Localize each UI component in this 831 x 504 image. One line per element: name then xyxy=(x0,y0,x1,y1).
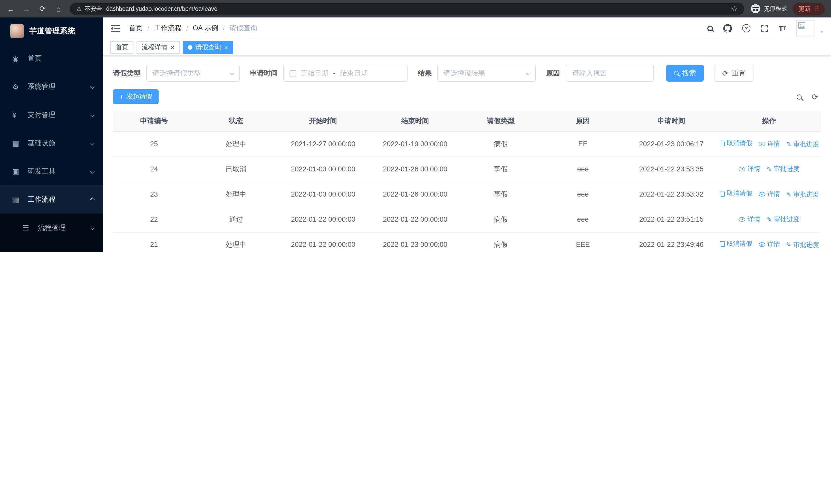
sidebar-item-label: 研发工具 xyxy=(28,167,55,176)
create-leave-button[interactable]: + 发起请假 xyxy=(113,89,159,104)
github-icon[interactable] xyxy=(723,24,732,33)
table-row[interactable]: 25处理中2021-12-27 00:00:002022-01-19 00:00… xyxy=(113,131,821,156)
breadcrumb-item[interactable]: 工作流程 xyxy=(154,24,182,33)
breadcrumb-item[interactable]: OA 示例 xyxy=(193,24,218,33)
update-button[interactable]: 更新 ⋮ xyxy=(793,3,825,14)
column-header: 申请时间 xyxy=(625,111,718,131)
sidebar-item-task-mgmt[interactable]: ⚑任务管理 xyxy=(0,242,103,252)
edit-icon: ✎ xyxy=(786,192,791,198)
action-progress-link[interactable]: ✎审批进度 xyxy=(767,215,799,224)
table-cell: 22 xyxy=(113,207,195,232)
tab-流程详情[interactable]: 流程详情× xyxy=(137,41,179,54)
menu-fold-icon[interactable] xyxy=(111,24,120,32)
trash-icon xyxy=(720,242,724,247)
column-header: 结束时间 xyxy=(369,111,461,131)
action-detail-link[interactable]: 详情 xyxy=(758,140,780,149)
action-cancel-link[interactable]: 取消请假 xyxy=(720,139,752,148)
app-header: 首页/工作流程/OA 示例/请假查询 ? TT ▾ xyxy=(103,18,831,39)
tab-label: 流程详情 xyxy=(142,43,167,52)
help-icon[interactable]: ? xyxy=(742,24,750,32)
logo[interactable]: 芋道管理系统 xyxy=(0,18,103,44)
security-label: 不安全 xyxy=(84,5,102,12)
action-progress-link[interactable]: ✎审批进度 xyxy=(786,190,819,199)
incognito-badge: 无痕模式 xyxy=(751,4,787,13)
action-detail-link[interactable]: 详情 xyxy=(758,240,780,249)
url-text: dashboard.yudao.iocoder.cn/bpm/oa/leave xyxy=(106,6,218,12)
breadcrumb-separator: / xyxy=(186,24,189,32)
table-row[interactable]: 21处理中2022-01-22 00:00:002022-01-23 00:00… xyxy=(113,232,821,252)
fullscreen-icon[interactable] xyxy=(761,24,768,32)
date-separator: - xyxy=(333,69,336,77)
security-warning[interactable]: ⚠ 不安全 xyxy=(77,5,102,12)
breadcrumb-separator: / xyxy=(223,24,225,32)
action-label: 详情 xyxy=(767,190,780,199)
apply-time-label: 申请时间 xyxy=(250,68,278,78)
action-detail-link[interactable]: 详情 xyxy=(739,165,761,174)
update-label: 更新 xyxy=(799,5,810,12)
font-size-icon[interactable]: TT xyxy=(779,24,786,32)
sidebar-item-process-mgmt[interactable]: ☰流程管理 xyxy=(0,213,103,242)
table-cell: EE xyxy=(541,131,625,156)
action-progress-link[interactable]: ✎审批进度 xyxy=(767,165,799,174)
leave-type-select[interactable]: 请选择请假类型 xyxy=(146,65,240,82)
table-cell: 处理中 xyxy=(195,131,277,156)
breadcrumb-item[interactable]: 首页 xyxy=(129,24,143,33)
action-detail-link[interactable]: 详情 xyxy=(758,190,780,199)
reason-input[interactable] xyxy=(566,65,654,82)
bookmark-star-icon[interactable]: ☆ xyxy=(731,5,738,13)
address-bar[interactable]: ⚠ 不安全 dashboard.yudao.iocoder.cn/bpm/oa/… xyxy=(70,3,744,15)
avatar-caret-icon[interactable]: ▾ xyxy=(821,29,823,34)
table-cell: 事假 xyxy=(461,156,541,182)
result-select[interactable]: 请选择流结果 xyxy=(437,65,536,82)
table-row[interactable]: 24已取消2022-01-03 00:00:002022-01-26 00:00… xyxy=(113,156,821,182)
browser-reload-icon[interactable]: ⟳ xyxy=(38,4,47,13)
sidebar-item-workflow[interactable]: ▦工作流程 xyxy=(0,185,103,213)
tab-请假查询[interactable]: 请假查询× xyxy=(182,41,233,54)
sidebar-item-payment[interactable]: ¥支付管理 xyxy=(0,100,103,129)
sidebar-item-label: 基础设施 xyxy=(28,138,55,148)
sidebar-item-infrastructure[interactable]: ▤基础设施 xyxy=(0,129,103,157)
browser-forward-icon[interactable]: → xyxy=(22,4,31,13)
table-row[interactable]: 22通过2022-01-22 00:00:002022-01-22 00:00:… xyxy=(113,207,821,232)
reset-button[interactable]: ⟳ 重置 xyxy=(715,65,753,82)
apply-time-range-picker[interactable]: 开始日期 - 结束日期 xyxy=(283,65,407,82)
eye-icon xyxy=(739,167,746,171)
reason-label: 原因 xyxy=(546,68,560,78)
table-cell: 2021-12-27 00:00:00 xyxy=(277,131,369,156)
action-progress-link[interactable]: ✎审批进度 xyxy=(786,140,819,149)
sidebar-item-devtools[interactable]: ▣研发工具 xyxy=(0,157,103,185)
table-header-row: 申请编号状态开始时间结束时间请假类型原因申请时间操作 xyxy=(113,111,821,131)
close-icon[interactable]: × xyxy=(170,44,174,51)
tab-首页[interactable]: 首页 xyxy=(110,41,134,54)
eye-icon xyxy=(758,142,765,147)
search-icon[interactable] xyxy=(707,25,713,31)
tabs-bar-items: 首页流程详情×请假查询× xyxy=(103,39,831,56)
action-label: 取消请假 xyxy=(726,240,752,249)
sidebar: 芋道管理系统 ◉首页⚙系统管理¥支付管理▤基础设施▣研发工具▦工作流程☰流程管理… xyxy=(0,18,103,252)
search-button[interactable]: 搜索 xyxy=(666,65,704,82)
tab-label: 请假查询 xyxy=(195,43,221,52)
table-refresh-icon[interactable]: ⟳ xyxy=(812,93,818,100)
table-search-icon[interactable] xyxy=(797,94,802,99)
end-date-placeholder: 结束日期 xyxy=(340,68,368,78)
action-progress-link[interactable]: ✎审批进度 xyxy=(786,241,819,249)
action-cancel-link[interactable]: 取消请假 xyxy=(720,240,752,249)
action-detail-link[interactable]: 详情 xyxy=(739,215,761,224)
filter-bar: 请假类型 请选择请假类型 申请时间 开始日期 - 结束日期 结果 请选择流结果 xyxy=(113,65,821,82)
sidebar-item-system[interactable]: ⚙系统管理 xyxy=(0,72,103,100)
close-icon[interactable]: × xyxy=(224,44,228,51)
gear-icon: ⚙ xyxy=(12,82,25,91)
table-row[interactable]: 23处理中2022-01-03 00:00:002022-01-26 00:00… xyxy=(113,182,821,207)
action-cancel-link[interactable]: 取消请假 xyxy=(720,190,752,198)
table-cell: EEE xyxy=(541,232,625,252)
table-cell-actions: 取消请假详情✎审批进度 xyxy=(717,131,821,156)
search-icon xyxy=(674,71,679,76)
browser-menu-icon[interactable]: ⋮ xyxy=(814,5,820,12)
browser-home-icon[interactable]: ⌂ xyxy=(54,4,63,13)
table-cell-actions: 详情✎审批进度 xyxy=(717,207,821,232)
sidebar-item-label: 流程管理 xyxy=(38,223,66,232)
column-header: 原因 xyxy=(541,111,625,131)
user-avatar[interactable] xyxy=(796,20,815,36)
sidebar-item-home[interactable]: ◉首页 xyxy=(0,44,103,72)
browser-back-icon[interactable]: ← xyxy=(6,4,16,13)
